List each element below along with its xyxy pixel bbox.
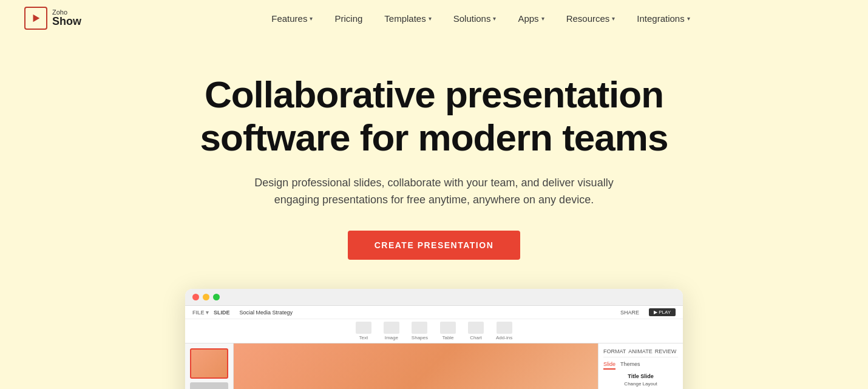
panel-change-layout[interactable]: Change Layout — [603, 381, 678, 387]
nav-item-pricing[interactable]: Pricing — [326, 8, 371, 29]
chevron-down-icon: ▾ — [310, 15, 313, 22]
logo-show-label: Show — [52, 16, 81, 28]
panel-section-title: Title Slide — [603, 373, 678, 379]
review-tab[interactable]: REVIEW — [655, 348, 677, 354]
nav-item-apps[interactable]: Apps ▾ — [509, 8, 552, 29]
nav-item-resources[interactable]: Resources ▾ — [558, 8, 624, 29]
slide-canvas[interactable] — [234, 343, 598, 389]
toolbar-shapes[interactable]: Shapes — [412, 322, 428, 340]
app-titlebar — [185, 289, 683, 306]
app-screenshot: FILE ▾ SLIDE Social Media Strategy SHARE… — [185, 289, 683, 389]
slide-tab[interactable]: Slide — [603, 361, 615, 370]
close-dot — [192, 294, 199, 300]
chevron-down-icon: ▾ — [429, 15, 432, 22]
slide-thumb-1[interactable] — [190, 348, 228, 379]
toolbar-text[interactable]: Text — [356, 322, 371, 340]
nav-item-solutions[interactable]: Solutions ▾ — [445, 8, 505, 29]
main-nav: Features ▾ Pricing Templates ▾ Solutions… — [118, 8, 844, 29]
logo-icon — [24, 7, 47, 30]
toolbar-image[interactable]: Image — [384, 322, 399, 340]
logo-text: Zoho Show — [52, 8, 81, 28]
chevron-down-icon: ▾ — [493, 15, 496, 22]
create-presentation-button[interactable]: CREATE PRESENTATION — [348, 231, 521, 260]
svg-marker-0 — [33, 15, 40, 22]
toolbar-table[interactable]: Table — [440, 322, 456, 340]
format-tab[interactable]: FORMAT — [603, 348, 626, 354]
hero-section: Collaborative presentation software for … — [0, 36, 868, 389]
hero-subtitle: Design professional slides, collaborate … — [240, 174, 628, 209]
hero-title: Collaborative presentation software for … — [161, 73, 707, 160]
animate-tab[interactable]: ANIMATE — [628, 348, 652, 354]
themes-tab[interactable]: Themes — [620, 361, 640, 370]
minimize-dot — [203, 294, 209, 300]
canvas-background — [234, 343, 598, 389]
slide-label: SLIDE — [214, 310, 230, 316]
app-toolbar: FILE ▾ SLIDE Social Media Strategy SHARE… — [185, 306, 683, 343]
nav-item-features[interactable]: Features ▾ — [263, 8, 321, 29]
maximize-dot — [213, 294, 220, 300]
file-label: FILE ▾ — [192, 310, 209, 316]
toolbar-addins[interactable]: Add-ins — [496, 322, 512, 340]
chevron-down-icon: ▾ — [687, 15, 690, 22]
app-screenshot-wrapper: FILE ▾ SLIDE Social Media Strategy SHARE… — [185, 289, 683, 389]
toolbar-icons-row: Text Image Shapes Table — [185, 319, 683, 343]
nav-item-templates[interactable]: Templates ▾ — [376, 8, 439, 29]
app-toolbar-top: FILE ▾ SLIDE Social Media Strategy SHARE… — [185, 306, 683, 319]
chevron-down-icon: ▾ — [541, 15, 544, 22]
logo[interactable]: Zoho Show — [24, 7, 81, 30]
filename-label: Social Media Strategy — [240, 310, 293, 316]
play-button[interactable]: ▶ PLAY — [649, 308, 676, 316]
slides-panel — [185, 343, 234, 389]
header: Zoho Show Features ▾ Pricing Templates ▾… — [0, 0, 868, 36]
chevron-down-icon: ▾ — [612, 15, 615, 22]
app-main-area: FORMAT ANIMATE REVIEW Slide Themes Title… — [185, 343, 683, 389]
nav-item-integrations[interactable]: Integrations ▾ — [628, 8, 698, 29]
slide-thumb-2[interactable] — [190, 382, 228, 389]
right-format-panel: FORMAT ANIMATE REVIEW Slide Themes Title… — [598, 343, 683, 389]
toolbar-chart[interactable]: Chart — [468, 322, 484, 340]
share-label: SHARE — [620, 310, 639, 316]
